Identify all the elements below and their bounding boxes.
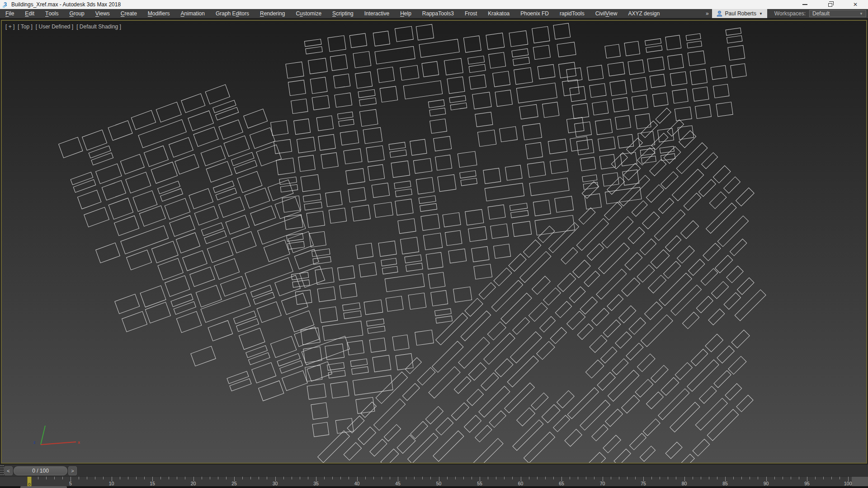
workspaces-dropdown[interactable]: Default ▼ — [809, 10, 866, 17]
viewport-general-menu[interactable]: [ + ] — [5, 23, 14, 30]
menu-graph-editors[interactable]: Graph Editors — [210, 9, 255, 18]
bottom-edge-strip — [0, 486, 868, 488]
ruler-label: 15 — [150, 481, 155, 486]
ruler-label: 10 — [109, 481, 114, 486]
menu-views[interactable]: Views — [90, 9, 115, 18]
restore-icon — [828, 3, 832, 7]
menu-file[interactable]: File — [0, 9, 19, 18]
ruler-label: 45 — [395, 481, 401, 486]
ruler-label: 95 — [804, 481, 810, 486]
3ds-max-logo-icon: 3 — [2, 1, 8, 8]
time-slider-handle[interactable]: 0 / 100 — [14, 466, 67, 475]
menu-modifiers[interactable]: Modifiers — [142, 9, 175, 18]
minimize-icon — [802, 4, 807, 5]
menu-frost[interactable]: Frost — [459, 9, 482, 18]
menu-phoenix-fd[interactable]: Phoenix FD — [515, 9, 554, 18]
close-icon: ✕ — [853, 1, 858, 8]
previous-frame-button[interactable]: < — [4, 466, 13, 475]
ruler-label: 90 — [764, 481, 769, 486]
close-button[interactable]: ✕ — [843, 0, 868, 9]
user-name: Paul Roberts — [725, 10, 756, 17]
user-icon — [717, 10, 722, 17]
minimize-button[interactable] — [792, 0, 817, 9]
ruler-label: 35 — [313, 481, 319, 486]
menu-rapidtools[interactable]: rapidTools — [554, 9, 590, 18]
viewport-pov-label[interactable]: [ User Defined ] — [36, 23, 73, 30]
menu-bar: FileEditToolsGroupViewsCreateModifiersAn… — [0, 9, 868, 18]
toolbar-overflow-chevron-icon[interactable]: » — [706, 10, 708, 17]
after-range-zone — [852, 477, 868, 487]
menu-rendering[interactable]: Rendering — [255, 9, 290, 18]
ruler-label: 85 — [722, 481, 728, 486]
user-dropdown-arrow-icon: ▼ — [759, 12, 763, 16]
menu-rappatools3[interactable]: RappaTools3 — [417, 9, 459, 18]
track-bar-ruler[interactable]: 5101520253035404550556065707580859095100… — [0, 476, 868, 486]
ruler-label: 65 — [559, 481, 564, 486]
current-frame-marker[interactable]: 0 — [27, 477, 32, 487]
menu-tools[interactable]: Tools — [40, 9, 64, 18]
workspaces-dropdown-arrow-icon: ▼ — [859, 12, 863, 16]
viewport-view-label[interactable]: [ Top ] — [18, 23, 32, 30]
restore-button[interactable] — [817, 0, 843, 9]
bottom-edge-segment — [20, 486, 67, 488]
ruler-label: 80 — [682, 481, 687, 486]
ruler-label: 70 — [600, 481, 605, 486]
menu-group[interactable]: Group — [64, 9, 90, 18]
ruler-label: 30 — [273, 481, 278, 486]
menu-animation[interactable]: Animation — [175, 9, 210, 18]
menu-interactive[interactable]: Interactive — [359, 9, 395, 18]
workspaces-label: Workspaces: — [774, 10, 806, 17]
menu-items: FileEditToolsGroupViewsCreateModifiersAn… — [0, 9, 665, 18]
workspaces-value: Default — [812, 10, 830, 17]
menu-help[interactable]: Help — [395, 9, 417, 18]
ruler-label: 5 — [69, 481, 72, 486]
ruler-label: 55 — [477, 481, 482, 486]
ruler-label: 25 — [231, 481, 237, 486]
viewport-shading-label[interactable]: [ Default Shading ] — [76, 23, 121, 30]
world-axis-gizmo: x z — [28, 403, 87, 453]
ruler-label: 100 — [844, 481, 852, 486]
timeline-area: < 0 / 100 > 5101520253035404550556065707… — [0, 465, 868, 488]
ruler-label: 40 — [354, 481, 360, 486]
title-bar: 3 Buildings_Xref.max - Autodesk 3ds Max … — [0, 0, 868, 9]
menu-customize[interactable]: Customize — [290, 9, 327, 18]
user-account-button[interactable]: Paul Roberts ▼ — [712, 9, 767, 18]
window-title: Buildings_Xref.max - Autodesk 3ds Max 20… — [11, 1, 121, 8]
menu-create[interactable]: Create — [115, 9, 142, 18]
menu-axyz-design[interactable]: AXYZ design — [623, 9, 665, 18]
viewport-label: [ + ][ Top ][ User Defined ][ Default Sh… — [5, 23, 121, 30]
next-frame-button[interactable]: > — [68, 466, 77, 475]
svg-text:z: z — [33, 440, 36, 445]
district-downtown-grid — [259, 21, 624, 437]
ruler-label: 20 — [191, 481, 196, 486]
ruler-label: 50 — [436, 481, 442, 486]
menu-scripting[interactable]: Scripting — [327, 9, 359, 18]
ruler-label: 75 — [641, 481, 646, 486]
wireframe-city-map[interactable] — [2, 21, 866, 463]
menu-edit[interactable]: Edit — [19, 9, 40, 18]
ruler-label: 60 — [518, 481, 524, 486]
viewport-top[interactable]: [ + ][ Top ][ User Defined ][ Default Sh… — [1, 20, 867, 464]
menu-krakatoa[interactable]: Krakatoa — [482, 9, 515, 18]
svg-text:x: x — [78, 440, 80, 445]
menu-civil-view[interactable]: Civil View — [590, 9, 623, 18]
district-soma-diagonal — [317, 106, 858, 463]
